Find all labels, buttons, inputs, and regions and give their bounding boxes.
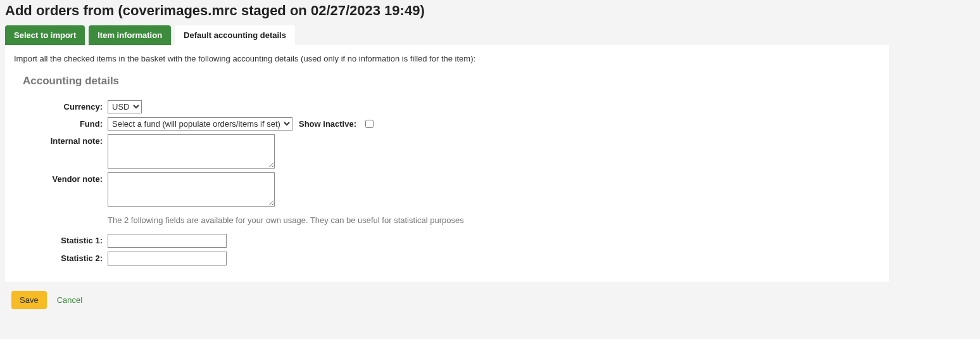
tab-select-to-import[interactable]: Select to import [5, 25, 85, 45]
page-title: Add orders from (coverimages.mrc staged … [5, 3, 975, 19]
tab-item-information[interactable]: Item information [89, 25, 171, 45]
tabs: Select to import Item information Defaul… [5, 25, 975, 45]
fund-select[interactable]: Select a fund (will populate orders/item… [108, 117, 292, 131]
row-stat2: Statistic 2: [14, 252, 880, 265]
show-inactive-label: Show inactive: [299, 119, 356, 129]
row-fund: Fund: Select a fund (will populate order… [14, 117, 880, 131]
row-internal-note: Internal note: [14, 134, 880, 169]
section-title: Accounting details [23, 75, 880, 87]
fund-label: Fund: [14, 117, 108, 129]
show-inactive-checkbox[interactable] [365, 120, 374, 128]
tab-default-accounting-details[interactable]: Default accounting details [175, 25, 295, 45]
stat2-label: Statistic 2: [14, 252, 108, 263]
accounting-panel: Import all the checked items in the bask… [5, 45, 889, 282]
stats-hint: The 2 following fields are available for… [108, 215, 880, 225]
cancel-link[interactable]: Cancel [57, 295, 82, 305]
vendor-note-label: Vendor note: [14, 172, 108, 184]
currency-label: Currency: [14, 100, 108, 112]
stat2-input[interactable] [108, 252, 227, 265]
stat1-label: Statistic 1: [14, 234, 108, 245]
row-vendor-note: Vendor note: [14, 172, 880, 207]
stat1-input[interactable] [108, 234, 227, 248]
vendor-note-textarea[interactable] [108, 172, 275, 207]
internal-note-label: Internal note: [14, 134, 108, 146]
internal-note-textarea[interactable] [108, 134, 275, 169]
row-stat1: Statistic 1: [14, 234, 880, 248]
actions: Save Cancel [5, 291, 975, 309]
intro-text: Import all the checked items in the bask… [14, 54, 880, 63]
save-button[interactable]: Save [11, 291, 47, 309]
row-currency: Currency: USD [14, 100, 880, 113]
currency-select[interactable]: USD [108, 100, 142, 113]
